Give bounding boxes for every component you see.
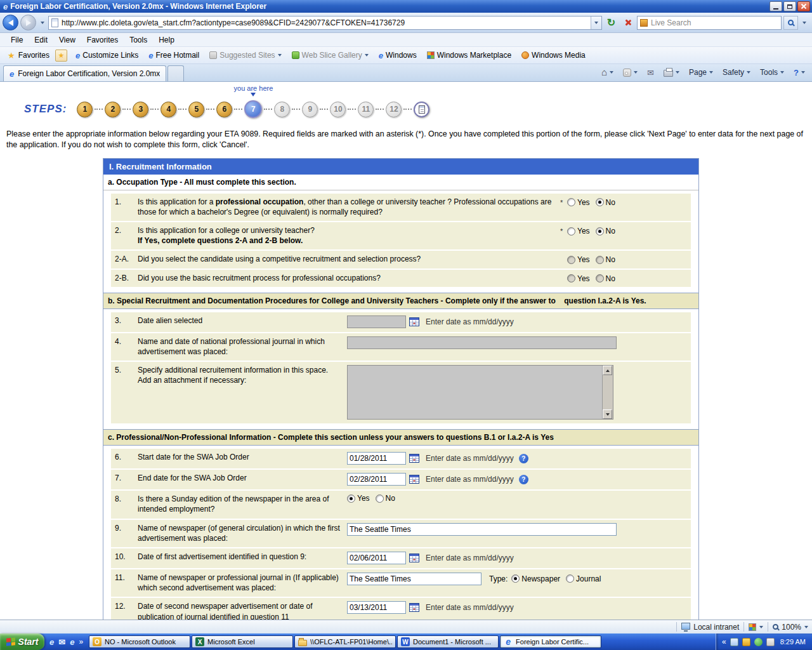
back-button[interactable] <box>3 15 18 30</box>
q10-first-ad-date-input[interactable] <box>347 552 406 564</box>
tray-icon-3[interactable] <box>754 638 763 646</box>
step-4[interactable]: 4 <box>160 102 176 117</box>
start-button[interactable]: Start <box>0 633 44 650</box>
step-1[interactable]: 1 <box>77 102 93 117</box>
step-2[interactable]: 2 <box>105 102 121 117</box>
tray-collapse-chevron[interactable]: « <box>722 637 726 646</box>
q11-newspaper-radio[interactable] <box>511 574 520 583</box>
quick-launch-ie-icon[interactable]: e <box>49 637 54 647</box>
scroll-down-button[interactable] <box>603 409 612 419</box>
quick-launch-mail-icon[interactable]: ✉ <box>58 637 65 647</box>
q2-no-radio[interactable] <box>596 227 604 235</box>
taskbar-window-excel[interactable]: X Microsoft Excel <box>192 635 293 648</box>
menu-tools[interactable]: Tools <box>124 34 153 46</box>
favorites-link-windows-marketplace[interactable]: Windows Marketplace <box>422 50 516 61</box>
tray-icon-2[interactable] <box>742 638 750 646</box>
step-7-current[interactable]: 7 <box>244 100 262 118</box>
page-status-button[interactable] <box>749 623 763 631</box>
step-12[interactable]: 12 <box>386 102 402 117</box>
close-button[interactable] <box>797 1 810 11</box>
forward-button[interactable] <box>20 15 36 30</box>
textarea-scrollbar[interactable] <box>602 366 613 419</box>
address-url[interactable]: http://www.plc.doleta.gov/eta_start.cfm?… <box>62 18 587 27</box>
favorites-link-suggested-sites[interactable]: Suggested Sites <box>205 50 285 61</box>
minimize-button[interactable] <box>769 1 782 11</box>
favorites-button[interactable]: ★ Favorites <box>3 50 54 62</box>
step-9[interactable]: 9 <box>302 102 318 117</box>
scroll-up-button[interactable] <box>603 366 612 375</box>
help-icon[interactable]: ? <box>519 475 528 484</box>
tray-icon-4[interactable] <box>766 638 775 646</box>
quick-launch-ie2-icon[interactable]: e <box>70 637 74 647</box>
favorites-link-customize-links[interactable]: e Customize Links <box>71 50 143 61</box>
taskbar-window-ie-active[interactable]: e Foreign Labor Certific... <box>500 635 601 648</box>
search-button[interactable] <box>783 16 798 30</box>
print-button[interactable] <box>660 67 683 78</box>
q9-newspaper-name-input[interactable] <box>347 523 617 536</box>
add-to-favorites-bar-icon[interactable]: ★ <box>55 50 67 62</box>
refresh-button[interactable]: ↻ <box>604 15 619 30</box>
feeds-button[interactable] <box>619 67 641 78</box>
quick-launch-overflow-chevron[interactable]: » <box>79 637 83 646</box>
q8-no-radio[interactable] <box>376 494 384 503</box>
search-options-dropdown[interactable] <box>800 15 808 30</box>
menu-view[interactable]: View <box>53 34 81 46</box>
step-8[interactable]: 8 <box>274 102 290 117</box>
calendar-icon[interactable] <box>409 475 419 484</box>
menu-help[interactable]: Help <box>153 34 180 46</box>
calendar-icon[interactable] <box>409 454 419 463</box>
address-history-dropdown[interactable] <box>591 17 601 29</box>
step-11[interactable]: 11 <box>358 102 374 117</box>
chevron-down-icon <box>759 626 763 628</box>
search-input[interactable]: Live Search <box>651 18 778 27</box>
recent-pages-dropdown[interactable] <box>38 15 46 30</box>
step-summary[interactable] <box>414 102 429 117</box>
q2-yes-radio[interactable] <box>567 227 575 235</box>
step-5[interactable]: 5 <box>188 102 204 117</box>
search-box[interactable]: Live Search <box>637 16 782 30</box>
help-menu-button[interactable]: ? <box>790 67 809 79</box>
scrollbar-track[interactable] <box>603 375 613 409</box>
help-icon[interactable]: ? <box>519 454 528 463</box>
favorites-link-label: Windows <box>386 51 417 60</box>
step-10[interactable]: 10 <box>330 102 346 117</box>
restore-button[interactable] <box>783 1 796 11</box>
safety-menu-button[interactable]: Safety <box>719 67 754 78</box>
stop-button[interactable] <box>620 15 635 30</box>
q7-swa-end-date-input[interactable] <box>347 473 406 486</box>
favorites-link-windows-media[interactable]: Windows Media <box>517 50 590 61</box>
taskbar-window-word[interactable]: W Document1 - Microsoft ... <box>397 635 499 648</box>
calendar-icon[interactable] <box>409 554 419 562</box>
tray-icon-1[interactable] <box>730 638 738 646</box>
home-button[interactable]: ⌂ <box>598 67 617 78</box>
q8-yes-radio[interactable] <box>347 494 355 503</box>
q1-no-radio[interactable] <box>596 198 604 206</box>
menu-edit[interactable]: Edit <box>29 34 53 46</box>
favorites-link-label: Web Slice Gallery <box>302 51 362 60</box>
page-menu-button[interactable]: Page <box>685 67 717 78</box>
new-tab-button[interactable] <box>167 65 184 81</box>
menu-favorites[interactable]: Favorites <box>81 34 124 46</box>
q12-second-ad-date-input[interactable] <box>347 601 406 614</box>
q1-yes-radio[interactable] <box>567 198 575 206</box>
q6-swa-start-date-input[interactable] <box>347 452 406 465</box>
favorites-link-free-hotmail[interactable]: e Free Hotmail <box>144 50 204 61</box>
zoom-control[interactable]: 100% <box>773 623 808 632</box>
favorites-link-web-slice-gallery[interactable]: Web Slice Gallery <box>287 50 373 61</box>
step-3[interactable]: 3 <box>133 102 148 117</box>
calendar-icon[interactable] <box>409 317 419 326</box>
taskbar-window-file-explorer[interactable]: \\OFLC-ATL-FP01\Home\... <box>294 635 396 648</box>
chevron-down-icon <box>676 71 679 74</box>
tab-foreign-labor-certification[interactable]: e Foreign Labor Certification, Version 2… <box>3 65 166 81</box>
tab-bar: e Foreign Labor Certification, Version 2… <box>0 64 812 82</box>
read-mail-button[interactable]: ✉ <box>643 67 658 78</box>
taskbar-window-outlook[interactable]: O NO - Microsoft Outlook <box>89 635 190 648</box>
q11-journal-radio[interactable] <box>566 574 574 583</box>
address-bar[interactable]: http://www.plc.doleta.gov/eta_start.cfm?… <box>48 16 602 30</box>
menu-file[interactable]: File <box>5 34 29 46</box>
calendar-icon[interactable] <box>409 603 419 612</box>
step-6[interactable]: 6 <box>216 102 232 117</box>
q11-second-ad-name-input[interactable] <box>347 573 481 585</box>
tools-menu-button[interactable]: Tools <box>756 67 788 78</box>
favorites-link-windows[interactable]: e Windows <box>374 50 421 61</box>
